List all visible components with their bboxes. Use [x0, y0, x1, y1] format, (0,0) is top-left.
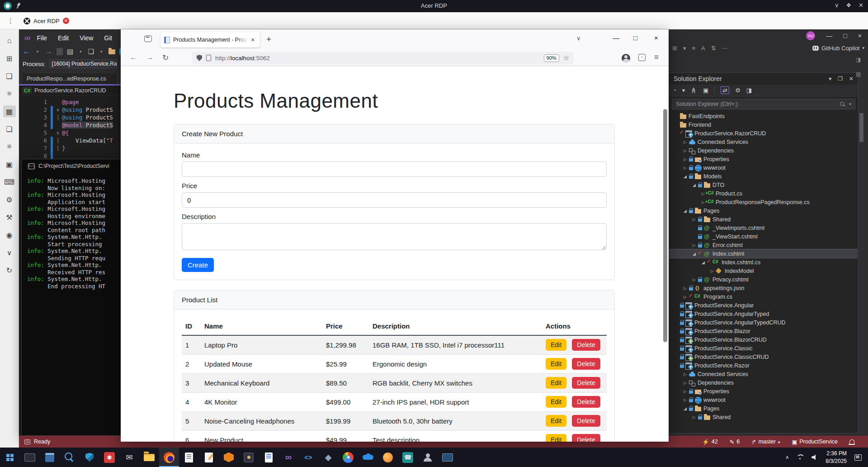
tree-item[interactable]: ProductService.AngularTypedCRUD — [669, 318, 858, 327]
sidebar-tool-icon[interactable]: ▣ — [3, 158, 16, 170]
vs-minimize-icon[interactable]: — — [826, 32, 832, 39]
vs-editor-toolbar-icon[interactable]: ⊞ — [672, 45, 677, 52]
remote-minimize-icon[interactable]: ∨ — [835, 2, 839, 9]
sidebar-tool-icon[interactable]: ≡ — [3, 88, 16, 100]
volume-icon[interactable] — [811, 454, 818, 460]
vs-toolbar-icon[interactable]: ▾ — [98, 49, 104, 54]
remote-tab-close-icon[interactable]: ✕ — [63, 18, 69, 24]
tree-item[interactable]: ▷ ProductResponsePagedResponse.cs — [669, 198, 858, 206]
action-center-icon[interactable] — [854, 454, 862, 461]
taskbar-app-button[interactable] — [338, 448, 358, 467]
tree-item[interactable]: ProductService.AngularTyped — [669, 310, 858, 318]
tree-item[interactable]: ▷ Dependencies — [669, 146, 858, 155]
taskbar-app-button[interactable] — [358, 448, 378, 467]
vs-maximize-icon[interactable]: □ — [843, 32, 847, 39]
reload-icon[interactable]: ↻ — [162, 53, 169, 62]
explorer-toolbar-icon[interactable]: ⇄ — [721, 86, 729, 94]
remote-maximize-icon[interactable]: ❖ — [846, 2, 851, 9]
delete-button[interactable]: Delete — [572, 434, 600, 442]
edit-button[interactable]: Edit — [546, 358, 566, 370]
vs-editor-toolbar-icon[interactable]: ▾ — [683, 45, 686, 52]
expander-icon[interactable]: ▷ — [691, 217, 698, 222]
hot-reload-status[interactable]: ⚡42 — [702, 438, 718, 445]
tree-item[interactable]: ProductService.BlazorCRUD — [669, 335, 858, 344]
expander-icon[interactable]: ◢ — [691, 252, 698, 256]
taskbar-app-button[interactable]: <> — [298, 448, 318, 467]
taskbar-app-button[interactable] — [199, 448, 219, 467]
expander-icon[interactable]: ▷ — [682, 166, 689, 170]
browser-close-button[interactable]: × — [654, 34, 658, 42]
sidebar-tool-icon[interactable]: ⌨ — [3, 176, 16, 188]
tree-item[interactable]: ProductService.Blazor — [669, 327, 858, 335]
expander-icon[interactable]: ▷ — [682, 157, 689, 162]
collapse-icon[interactable]: ∨ — [54, 130, 62, 135]
explorer-toolbar-icon[interactable]: ◨ — [746, 87, 752, 94]
sidebar-tool-icon[interactable]: ❏ — [3, 123, 16, 135]
url-text[interactable]: http://localhost:5062 — [215, 55, 540, 62]
bookmark-star-icon[interactable]: ☆ — [563, 54, 569, 62]
forward-icon[interactable]: → — [146, 53, 154, 62]
expander-icon[interactable]: ▷ — [682, 389, 689, 394]
taskbar-app-button[interactable] — [219, 448, 239, 467]
git-repo-status[interactable]: ▣ProductService — [792, 438, 838, 445]
task-center-icon[interactable] — [24, 439, 30, 444]
vs-editor-toolbar-icon[interactable]: ⇅ — [711, 45, 716, 52]
browser-tab[interactable]: Products Management - Produc × — [160, 32, 260, 48]
vs-close-icon[interactable]: × — [858, 32, 862, 39]
delete-button[interactable]: Delete — [572, 377, 600, 389]
create-button[interactable]: Create — [182, 258, 214, 272]
network-icon[interactable] — [797, 454, 804, 460]
sidebar-tool-icon[interactable]: ◉ — [3, 229, 16, 241]
tree-item[interactable]: ◢ Index.cshtml.cs — [669, 258, 858, 267]
vs-menu-item[interactable]: Git — [104, 34, 112, 42]
vs-menu-item[interactable]: Edit — [58, 34, 69, 42]
delete-button[interactable]: Delete — [572, 339, 600, 351]
expander-icon[interactable]: ▷ — [691, 243, 698, 248]
tree-item[interactable]: ProductService.ClassicCRUD — [669, 353, 858, 361]
edit-button[interactable]: Edit — [546, 339, 566, 351]
edit-button[interactable]: Edit — [546, 377, 566, 389]
sidebar-tool-icon[interactable]: ⊞ — [3, 52, 16, 64]
expander-icon[interactable]: ◢ — [682, 406, 689, 411]
sidebar-tool-icon[interactable]: ⌂ — [3, 35, 16, 47]
taskbar-clock[interactable]: 2:36 PM 8/3/2025 — [826, 450, 847, 464]
explorer-toolbar-icon[interactable]: ▾ — [682, 87, 685, 94]
edit-button[interactable]: Edit — [546, 396, 566, 408]
panel-close-icon[interactable]: ✕ — [849, 76, 854, 82]
expander-icon[interactable]: ◢ — [691, 183, 698, 187]
delete-button[interactable]: Delete — [572, 358, 600, 370]
expander-icon[interactable]: ▷ — [691, 415, 698, 419]
editor-tab[interactable]: ProductRespo...edResponse.cs — [23, 73, 118, 84]
tree-item[interactable]: Frontend — [669, 120, 858, 129]
edit-button[interactable]: Edit — [546, 415, 566, 427]
tree-item[interactable]: ▷ wwwroot — [669, 163, 858, 172]
tree-item[interactable]: ▷ wwwroot — [669, 396, 858, 404]
sidebar-tool-icon[interactable]: ⚒ — [3, 211, 16, 223]
sidebar-tool-icon[interactable]: ∨ — [3, 247, 16, 258]
tree-item[interactable]: _ViewStart.cshtml — [669, 232, 858, 241]
tree-item[interactable]: ▷ Shared — [669, 215, 858, 224]
url-bar[interactable]: http://localhost:5062 90% ☆ — [192, 52, 574, 64]
expander-icon[interactable]: ▷ — [682, 295, 689, 299]
expander-icon[interactable]: ▷ — [682, 286, 689, 291]
taskbar-app-button[interactable] — [60, 448, 80, 467]
tracking-shield-icon[interactable] — [197, 55, 202, 61]
vs-toolbar-icon[interactable]: ▤ — [67, 48, 73, 56]
tree-item[interactable]: ▷ IndexModel — [669, 267, 858, 275]
explorer-toolbar-icon[interactable]: ≪ — [691, 87, 698, 94]
profile-avatar-icon[interactable] — [622, 54, 630, 62]
pending-edits-status[interactable]: ✎6 — [730, 438, 740, 445]
sidebar-tool-icon[interactable]: ▦ — [3, 105, 16, 117]
extensions-icon[interactable]: ↑ — [638, 54, 646, 61]
expander-icon[interactable]: ▷ — [682, 381, 689, 385]
taskbar-app-button[interactable] — [418, 448, 438, 467]
tree-item[interactable]: ▷ Connected Services — [669, 138, 858, 146]
explorer-toolbar-icon[interactable]: ◔ — [673, 87, 676, 94]
tree-item[interactable]: ▷ Properties — [669, 387, 858, 396]
explorer-toolbar-icon[interactable]: ▣ — [703, 87, 708, 94]
edit-button[interactable]: Edit — [546, 434, 566, 442]
sidebar-tool-icon[interactable]: ↻ — [3, 264, 16, 276]
taskbar-app-button[interactable] — [438, 448, 458, 467]
tab-close-icon[interactable]: × — [251, 36, 256, 43]
site-info-icon[interactable] — [206, 55, 211, 61]
